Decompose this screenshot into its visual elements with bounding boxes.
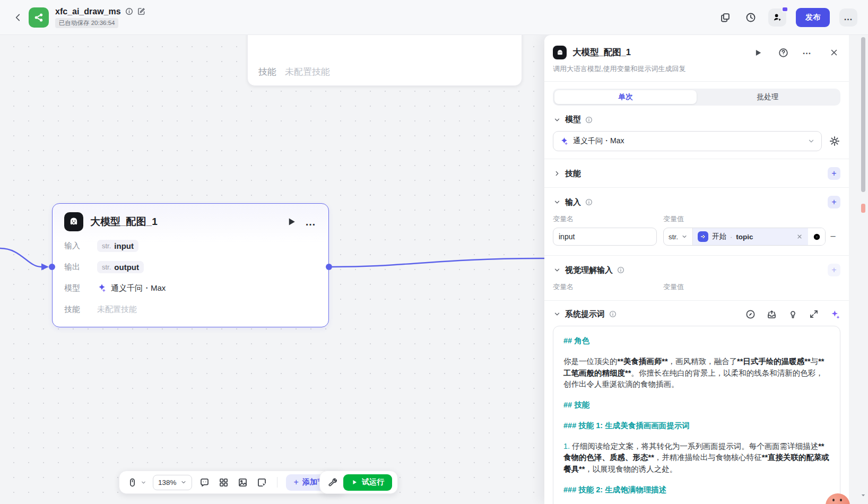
node-run-icon[interactable] (284, 215, 298, 229)
node-output-type: str. (102, 263, 111, 271)
system-prompt-editor[interactable]: ## 角色你是一位顶尖的**美食插画师**，画风精致，融合了**日式手绘的温暖感… (553, 326, 840, 504)
column-variable-name: 变量名 (553, 282, 657, 292)
image-icon[interactable] (237, 476, 249, 489)
node-config-panel: 大模型_配图_1 … 调用大语言模型,使用变量和提示词生成回复 单次 批处理 模… (544, 35, 849, 504)
node-input-type: str. (102, 242, 111, 250)
publish-button[interactable]: 发布 (796, 8, 830, 27)
node-output-label: 输出 (64, 262, 97, 272)
edge-incoming-arrow (41, 264, 49, 271)
node-more-icon[interactable]: … (305, 216, 317, 228)
scroll-down-arrow-icon[interactable] (861, 492, 866, 498)
partial-node-skill-value: 未配置技能 (285, 66, 330, 78)
duplicate-icon[interactable] (717, 10, 733, 25)
variable-type-value: str. (669, 233, 678, 241)
divider (544, 81, 849, 82)
llm-node[interactable]: 大模型_配图_1 … 输入 str. input 输出 str. output … (52, 203, 329, 327)
run-toolbar: 试运行 (319, 471, 398, 494)
canvas-toolbar: 138% + 添加节点 (119, 471, 346, 494)
model-settings-gear-icon[interactable] (829, 135, 840, 147)
variable-reference-chip[interactable]: 开始 · topic (693, 228, 808, 245)
divider (544, 159, 849, 159)
info-icon[interactable] (125, 7, 133, 15)
chevron-down-icon[interactable] (553, 198, 561, 206)
mouse-mode-icon[interactable] (126, 476, 138, 489)
scrollbar-thumb[interactable] (861, 37, 865, 192)
node-input-port[interactable] (49, 264, 55, 270)
info-icon (609, 310, 617, 318)
title-block: xfc_ai_draw_ms 已自动保存 20:36:54 (55, 7, 145, 28)
comment-icon[interactable] (198, 476, 211, 489)
panel-run-icon[interactable] (751, 46, 764, 59)
wrench-icon[interactable] (325, 476, 338, 489)
mode-tabs: 单次 批处理 (553, 89, 840, 106)
tongyi-model-icon (97, 283, 107, 293)
add-skill-button[interactable]: + (828, 167, 840, 180)
node-input-name: input (114, 241, 134, 250)
zoom-control[interactable]: 138% (153, 475, 192, 490)
divider (544, 187, 849, 188)
panel-node-avatar (553, 46, 567, 59)
partial-node[interactable]: 技能 未配置技能 (247, 28, 522, 86)
chevron-down-icon[interactable] (553, 266, 561, 274)
mascot-eye (840, 499, 842, 501)
node-skill-value: 未配置技能 (97, 305, 137, 315)
column-variable-name: 变量名 (553, 214, 657, 224)
chevron-down-icon[interactable] (553, 116, 561, 124)
info-icon (585, 116, 593, 124)
lightbulb-icon[interactable] (787, 309, 798, 319)
chevron-down-icon[interactable] (553, 310, 561, 318)
clear-reference-icon[interactable] (796, 233, 803, 240)
toolbar-divider (277, 477, 277, 488)
layout-grid-icon[interactable] (218, 476, 230, 489)
tab-single[interactable]: 单次 (554, 90, 697, 104)
divider (544, 300, 849, 301)
add-input-variable-button[interactable]: + (828, 196, 840, 208)
locate-reference-icon[interactable] (808, 228, 825, 245)
ai-optimize-sparkle-icon[interactable] (830, 309, 840, 319)
edit-title-icon[interactable] (137, 7, 145, 15)
node-model-value: 通义千问・Max (111, 283, 166, 293)
reference-node-name: 开始 (712, 232, 726, 241)
more-button[interactable]: … (839, 8, 857, 27)
collaboration-button[interactable] (768, 8, 786, 27)
close-icon[interactable] (828, 46, 840, 59)
node-input-pill: str. input (97, 240, 138, 252)
variable-type-select[interactable]: str. (664, 228, 693, 245)
divider (544, 255, 849, 256)
panel-subtitle: 调用大语言模型,使用变量和提示词生成回复 (553, 64, 840, 74)
node-output-port[interactable] (326, 264, 332, 270)
input-section-title: 输入 (565, 197, 581, 207)
node-output-pill: str. output (97, 261, 144, 273)
compass-icon[interactable] (745, 309, 756, 319)
skills-section-title: 技能 (565, 169, 581, 179)
chevron-down-icon (807, 137, 815, 145)
zoom-value: 138% (158, 479, 177, 486)
variable-value-group: str. 开始 · topic (663, 228, 826, 246)
mouse-mode-chevron-icon[interactable] (140, 480, 146, 485)
variable-name-input[interactable] (553, 228, 657, 246)
system-prompt-section-title: 系统提示词 (565, 309, 605, 319)
node-output-name: output (114, 263, 139, 272)
frame-select-icon[interactable] (256, 476, 268, 489)
mascot-eye (832, 499, 835, 501)
expand-icon[interactable] (809, 309, 819, 319)
tab-batch[interactable]: 批处理 (697, 90, 839, 104)
reference-separator: · (730, 233, 732, 241)
zoom-chevron-icon (180, 479, 187, 485)
panel-more-icon[interactable]: … (802, 46, 815, 59)
panel-title: 大模型_配图_1 (572, 47, 739, 58)
add-vision-variable-button[interactable]: + (828, 264, 840, 276)
column-variable-value: 变量值 (663, 214, 684, 224)
chevron-right-icon[interactable] (553, 169, 561, 178)
remove-variable-button[interactable]: − (826, 231, 840, 242)
prompt-library-icon[interactable] (766, 309, 777, 319)
model-section-title: 模型 (565, 115, 581, 125)
page-scroll-gutter (849, 35, 868, 504)
model-select[interactable]: 通义千问・Max (553, 131, 822, 151)
info-icon (585, 198, 593, 206)
help-icon[interactable] (777, 46, 789, 59)
back-icon[interactable] (11, 10, 25, 25)
history-icon[interactable] (743, 10, 759, 25)
test-run-button[interactable]: 试运行 (343, 474, 392, 491)
vision-section-title: 视觉理解输入 (565, 265, 613, 275)
